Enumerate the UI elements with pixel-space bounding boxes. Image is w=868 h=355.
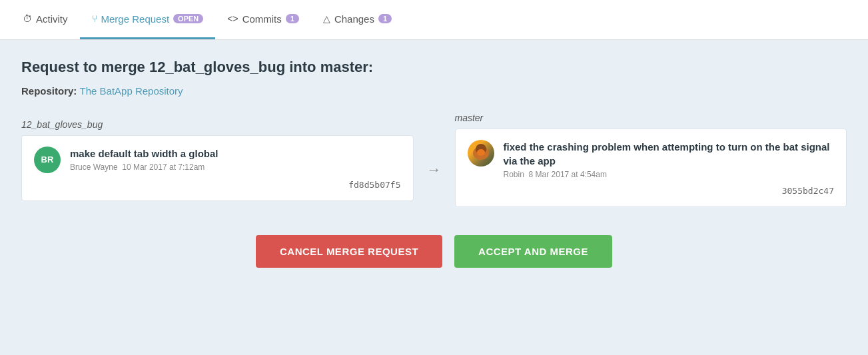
robin-avatar <box>468 140 494 167</box>
code-icon: <> <box>227 13 238 24</box>
commits-badge: 1 <box>286 14 299 23</box>
source-commit-info: make default tab width a global Bruce Wa… <box>70 147 401 172</box>
tab-commits[interactable]: <> Commits 1 <box>215 0 311 39</box>
tab-bar: ⏱ Activity ⑂ Merge Request OPEN <> Commi… <box>0 0 868 40</box>
repository-label: Repository: <box>21 85 77 97</box>
accept-merge-button[interactable]: ACCEPT AND MERGE <box>454 235 612 268</box>
main-content: Request to merge 12_bat_gloves_bug into … <box>0 40 868 300</box>
repository-line: Repository: The BatApp Repository <box>21 85 847 97</box>
target-author: Robin <box>504 170 524 179</box>
page-title: Request to merge 12_bat_gloves_bug into … <box>21 59 847 76</box>
target-date: 8 Mar 2017 at 4:54am <box>529 170 607 179</box>
source-date: 10 Mar 2017 at 7:12am <box>122 163 205 172</box>
cancel-merge-button[interactable]: CANCEL MERGE REQUEST <box>256 235 442 268</box>
source-commit-header: BR make default tab width a global Bruce… <box>34 147 401 173</box>
source-commit-meta: Bruce Wayne 10 Mar 2017 at 7:12am <box>70 163 401 172</box>
source-branch-name: 12_bat_gloves_bug <box>21 119 414 130</box>
tab-commits-label: Commits <box>242 13 282 25</box>
tab-changes[interactable]: △ Changes 1 <box>311 0 404 39</box>
tab-changes-label: Changes <box>334 13 374 25</box>
changes-badge: 1 <box>378 14 392 23</box>
action-buttons: CANCEL MERGE REQUEST ACCEPT AND MERGE <box>21 228 847 281</box>
avatar: BR <box>34 147 61 173</box>
tab-merge-request-label: Merge Request <box>101 13 170 25</box>
triangle-icon: △ <box>323 13 330 24</box>
merge-icon: ⑂ <box>92 13 97 24</box>
merge-arrow: → <box>427 141 442 178</box>
target-commit-hash: 3055bd2c47 <box>468 186 835 196</box>
open-badge: OPEN <box>173 14 203 23</box>
source-commit-hash: fd8d5b07f5 <box>34 180 401 190</box>
tab-merge-request[interactable]: ⑂ Merge Request OPEN <box>80 0 216 39</box>
source-commit-title: make default tab width a global <box>70 147 401 161</box>
clock-icon: ⏱ <box>23 13 32 24</box>
target-commit-meta: Robin 8 Mar 2017 at 4:54am <box>504 170 835 179</box>
target-commit-title: fixed the crashing problem when attempti… <box>504 140 835 168</box>
tab-activity-label: Activity <box>36 13 68 25</box>
source-branch-block: 12_bat_gloves_bug BR make default tab wi… <box>21 119 414 201</box>
target-branch-name: master <box>455 113 847 123</box>
target-commit-card: fixed the crashing problem when attempti… <box>455 129 847 207</box>
target-commit-info: fixed the crashing problem when attempti… <box>504 140 835 179</box>
target-branch-block: master fixed the crashing problem when a… <box>455 113 847 207</box>
branches-section: 12_bat_gloves_bug BR make default tab wi… <box>21 113 847 207</box>
tab-activity[interactable]: ⏱ Activity <box>11 0 80 39</box>
source-author: Bruce Wayne <box>70 163 118 172</box>
source-commit-card: BR make default tab width a global Bruce… <box>21 135 414 201</box>
repository-link[interactable]: The BatApp Repository <box>80 85 183 97</box>
target-commit-header: fixed the crashing problem when attempti… <box>468 140 835 179</box>
